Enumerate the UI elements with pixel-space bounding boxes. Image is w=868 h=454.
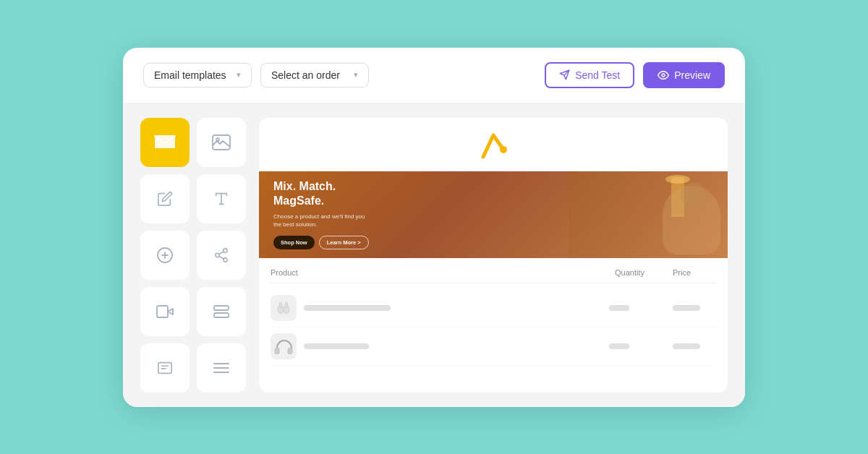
product-table-header: Product Quantity Price: [271, 268, 716, 283]
envelope-icon: [154, 134, 176, 151]
chevron-down-icon: ▾: [354, 70, 358, 80]
video-icon: [156, 305, 174, 318]
price-bar-1: [673, 305, 700, 311]
text-icon: [213, 191, 229, 207]
toolbar: Email templates ▾ Select an order ▾ Send…: [123, 48, 745, 103]
envelope-icon-cell[interactable]: [140, 118, 190, 167]
select-order-dropdown[interactable]: Select an order ▾: [260, 63, 369, 87]
chevron-down-icon: ▾: [237, 70, 241, 80]
banner-title: Mix. Match.MagSafe.: [273, 179, 369, 210]
headphones-icon: [274, 338, 293, 354]
send-test-label: Send Test: [575, 69, 620, 81]
eye-icon: [658, 69, 669, 81]
svg-rect-29: [286, 302, 288, 308]
price-bar-2: [673, 343, 700, 349]
svg-marker-16: [168, 309, 173, 314]
preview-logo-area: [259, 118, 728, 171]
text-icon-cell[interactable]: [197, 174, 246, 223]
svg-rect-31: [288, 348, 292, 354]
icon-panel: [140, 118, 246, 393]
shop-now-button[interactable]: Shop Now: [273, 236, 315, 249]
svg-rect-30: [275, 348, 279, 354]
col-price: Price: [673, 268, 716, 277]
svg-point-2: [662, 74, 665, 77]
email-templates-dropdown[interactable]: Email templates ▾: [143, 63, 252, 87]
learn-more-button[interactable]: Learn More >: [319, 236, 369, 249]
share-icon: [213, 247, 229, 263]
layout-icon: [213, 305, 229, 318]
select-order-label: Select an order: [271, 69, 340, 81]
svg-rect-19: [158, 362, 171, 373]
edit-icon: [157, 191, 173, 207]
product-name-bar-2: [304, 343, 369, 349]
add-circle-icon: [156, 247, 174, 264]
table-row: [271, 327, 716, 366]
svg-point-25: [500, 146, 507, 153]
svg-line-13: [219, 256, 224, 259]
svg-line-14: [219, 251, 224, 254]
svg-rect-15: [157, 306, 168, 317]
svg-rect-28: [280, 302, 282, 308]
preview-label: Preview: [674, 69, 710, 81]
svg-rect-18: [214, 313, 229, 317]
quantity-bar-1: [609, 305, 629, 311]
banner-subtitle: Choose a product and we'll find you the …: [273, 213, 367, 228]
email-templates-label: Email templates: [154, 69, 226, 81]
image-icon-cell[interactable]: [197, 118, 246, 167]
airpods-icon: [275, 301, 292, 315]
banner-text-area: Mix. Match.MagSafe. Choose a product and…: [259, 171, 383, 258]
add-circle-icon-cell[interactable]: [140, 231, 190, 280]
col-product: Product: [271, 268, 615, 277]
product-thumb-2: [271, 333, 297, 359]
content-area: Mix. Match.MagSafe. Choose a product and…: [123, 103, 745, 407]
preview-banner: Mix. Match.MagSafe. Choose a product and…: [259, 171, 728, 258]
card-icon-cell[interactable]: [140, 343, 190, 393]
col-quantity: Quantity: [615, 268, 673, 277]
email-preview: Mix. Match.MagSafe. Choose a product and…: [259, 118, 728, 393]
card-icon: [157, 360, 173, 376]
svg-rect-17: [214, 306, 229, 310]
product-name-bar-1: [304, 305, 391, 311]
edit-icon-cell[interactable]: [140, 174, 190, 223]
banner-buttons: Shop Now Learn More >: [273, 236, 369, 249]
product-info-1: [271, 295, 603, 321]
menu-icon-cell[interactable]: [197, 343, 246, 393]
send-test-button[interactable]: Send Test: [545, 62, 634, 88]
video-icon-cell[interactable]: [140, 287, 190, 336]
table-row: [271, 289, 716, 327]
brand-logo: [476, 129, 511, 164]
quantity-bar-2: [609, 343, 629, 349]
menu-icon: [213, 362, 229, 374]
preview-products: Product Quantity Price: [259, 258, 728, 393]
layout-icon-cell[interactable]: [197, 287, 246, 336]
banner-image-area: [569, 171, 728, 258]
image-icon: [212, 134, 231, 150]
product-info-2: [271, 333, 603, 359]
main-card: Email templates ▾ Select an order ▾ Send…: [123, 48, 745, 407]
preview-button[interactable]: Preview: [643, 62, 725, 88]
send-icon: [559, 69, 570, 80]
product-thumb-1: [271, 295, 297, 321]
share-icon-cell[interactable]: [197, 231, 246, 280]
